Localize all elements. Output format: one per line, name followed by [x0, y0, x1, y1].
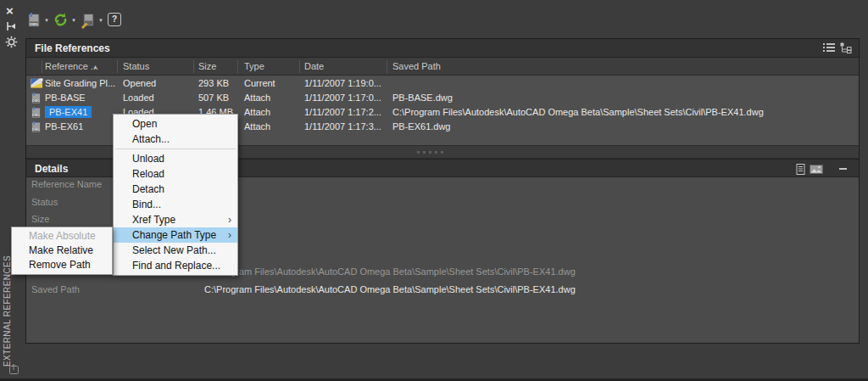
xref-size: 507 KB — [198, 92, 229, 103]
xref-name[interactable]: Site Grading Pl... — [45, 78, 115, 88]
submenu-arrow-icon: › — [228, 212, 231, 227]
svg-text:DWG: DWG — [32, 114, 40, 117]
palette-grip-icon[interactable] — [7, 362, 20, 376]
xref-context-menu: Open Attach... Unload Reload Detach Bind… — [113, 114, 238, 276]
xref-type: Attach — [244, 92, 270, 103]
table-row[interactable]: DWG PB-BASE Loaded 507 KB Attach 1/11/20… — [26, 91, 859, 105]
refresh-button[interactable] — [53, 12, 69, 28]
menu-item-unload[interactable]: Unload — [114, 151, 237, 166]
submenu-item-make-relative[interactable]: Make Relative — [12, 244, 112, 258]
xref-name-selected[interactable]: PB-EX41 — [45, 106, 92, 118]
column-saved-path[interactable]: Saved Path — [392, 61, 441, 71]
menu-item-change-path-type[interactable]: Change Path Type› — [114, 227, 237, 243]
xref-date: 1/11/2007 1:17:2... — [304, 107, 381, 117]
menu-item-bind[interactable]: Bind... — [114, 197, 237, 212]
saved-path-value[interactable]: C:\Program Files\Autodesk\AutoCAD Omega … — [204, 284, 576, 294]
xref-name[interactable]: PB-BASE — [45, 92, 86, 103]
xref-saved-path: PB-BASE.dwg — [392, 92, 453, 103]
column-date[interactable]: Date — [304, 61, 324, 71]
change-path-type-submenu: Make Absolute Make Relative Remove Path — [11, 227, 113, 275]
menu-item-label: Xref Type — [132, 214, 175, 226]
xref-status: Loaded — [123, 92, 154, 103]
submenu-item-remove-path[interactable]: Remove Path — [12, 258, 112, 272]
attach-dwg-button[interactable]: DWG — [25, 12, 42, 29]
xref-size: 293 KB — [198, 78, 229, 88]
column-size[interactable]: Size — [198, 61, 216, 71]
details-title: Details — [35, 163, 68, 175]
column-reference[interactable]: Reference ... — [45, 61, 98, 71]
refresh-dropdown-icon[interactable]: ▼ — [71, 18, 76, 23]
close-palette-icon[interactable]: × — [6, 3, 14, 18]
menu-item-detach[interactable]: Detach — [114, 182, 237, 197]
submenu-arrow-icon: › — [228, 227, 231, 243]
change-path-button[interactable] — [80, 12, 97, 29]
xref-type: Attach — [244, 107, 270, 117]
xref-date: 1/11/2007 1:19:0... — [304, 78, 381, 88]
help-button[interactable]: ? — [108, 13, 121, 26]
details-view-icon[interactable] — [796, 164, 806, 175]
file-references-header: File References — [26, 39, 859, 58]
detail-row: Saved Path C:\Program Files\Autodesk\Aut… — [26, 282, 859, 299]
svg-text:DWG: DWG — [32, 128, 40, 132]
xref-saved-path: PB-EX61.dwg — [392, 121, 450, 132]
sort-ascending-icon[interactable]: ▲ — [92, 64, 98, 70]
menu-item-label: Change Path Type — [132, 229, 216, 241]
menu-separator — [115, 148, 236, 149]
xref-type: Current — [244, 78, 275, 88]
list-view-icon[interactable] — [823, 42, 835, 53]
column-status[interactable]: Status — [123, 61, 149, 71]
size-label: Size — [31, 214, 49, 224]
splitter-grip-dots — [417, 151, 443, 154]
xref-date: 1/11/2007 1:17:3... — [304, 121, 381, 132]
svg-text:DWG: DWG — [32, 99, 40, 103]
found-at-value: C:\Program Files\Autodesk\AutoCAD Omega … — [204, 266, 576, 277]
svg-text:DWG: DWG — [30, 22, 38, 26]
reference-name-label: Reference Name — [31, 179, 102, 189]
menu-item-reload[interactable]: Reload — [114, 166, 237, 182]
file-references-column-header: Reference ... ▲ Status Size Type Date Sa… — [26, 58, 859, 76]
change-path-dropdown-icon[interactable]: ▼ — [98, 18, 103, 23]
preview-image-icon[interactable] — [810, 165, 823, 174]
menu-item-xref-type[interactable]: Xref Type› — [114, 212, 237, 227]
tree-view-icon[interactable] — [840, 42, 852, 53]
attach-dropdown-icon[interactable]: ▼ — [44, 18, 49, 23]
menu-item-attach[interactable]: Attach... — [114, 132, 237, 147]
menu-item-open[interactable]: Open — [114, 116, 237, 132]
submenu-item-make-absolute: Make Absolute — [12, 229, 112, 244]
file-references-title: File References — [35, 42, 110, 54]
current-drawing-icon — [30, 77, 43, 89]
auto-hide-pin-icon[interactable] — [5, 20, 17, 32]
collapse-panel-icon[interactable] — [839, 168, 847, 170]
menu-item-select-new-path[interactable]: Select New Path... — [114, 243, 237, 258]
xref-saved-path: C:\Program Files\Autodesk\AutoCAD Omega … — [392, 107, 764, 117]
column-type[interactable]: Type — [244, 61, 264, 71]
saved-path-label: Saved Path — [31, 284, 80, 294]
dwg-file-icon: DWG — [30, 120, 42, 133]
menu-item-find-and-replace[interactable]: Find and Replace... — [114, 258, 237, 273]
table-row[interactable]: Site Grading Pl... Opened 293 KB Current… — [26, 76, 859, 91]
palette-settings-gear-icon[interactable] — [5, 36, 18, 48]
status-label: Status — [31, 197, 58, 207]
xref-status: Opened — [123, 78, 156, 88]
xref-date: 1/11/2007 1:17:0... — [304, 92, 381, 103]
dwg-file-icon: DWG — [30, 106, 42, 119]
xref-type: Attach — [244, 121, 270, 132]
external-references-palette: × EXTERNAL REFERENCES DWG ▼ ▼ ▼ ? File R… — [0, 0, 868, 381]
dwg-file-icon: DWG — [30, 92, 42, 104]
xref-name[interactable]: PB-EX61 — [45, 121, 83, 132]
